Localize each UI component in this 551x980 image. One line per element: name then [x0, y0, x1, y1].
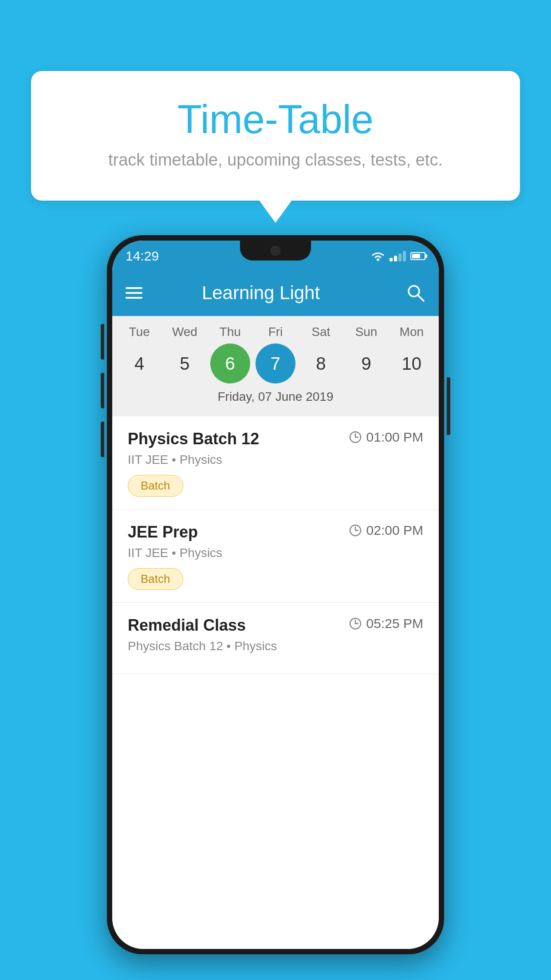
class-meta-2: IIT JEE • Physics	[128, 546, 423, 560]
signal-icon	[390, 251, 406, 261]
clock-icon-2	[349, 524, 362, 537]
speech-bubble-container: Time-Table track timetable, upcoming cla…	[31, 71, 520, 201]
day-4[interactable]: 4	[119, 344, 159, 383]
svg-point-0	[377, 258, 379, 261]
day-5[interactable]: 5	[165, 344, 205, 383]
day-header-tue: Tue	[119, 325, 159, 339]
class-name-2: JEE Prep	[128, 523, 349, 541]
hamburger-menu-button[interactable]	[126, 287, 142, 299]
battery-fill	[412, 254, 420, 258]
phone-screen: 14:29	[112, 241, 439, 949]
day-6-today[interactable]: 6	[210, 344, 250, 383]
class-meta-1: IIT JEE • Physics	[128, 453, 423, 467]
day-7-selected[interactable]: 7	[256, 344, 295, 383]
wifi-icon	[371, 250, 385, 262]
class-time-3: 05:25 PM	[349, 616, 423, 631]
class-name-3: Remedial Class	[128, 616, 349, 635]
battery-icon	[410, 252, 425, 260]
day-9[interactable]: 9	[346, 344, 386, 383]
day-header-thu: Thu	[210, 325, 250, 339]
class-time-text-2: 02:00 PM	[366, 523, 423, 538]
day-header-sun: Sun	[346, 325, 386, 339]
class-item-remedial[interactable]: Remedial Class 05:25 PM	[112, 603, 439, 674]
day-numbers: 4 5 6 7 8 9 10	[112, 344, 439, 383]
volume-down-button	[101, 373, 104, 408]
class-item-jee-prep[interactable]: JEE Prep 02:00 PM	[112, 510, 439, 603]
class-time-2: 02:00 PM	[349, 523, 423, 538]
clock-icon-1	[349, 431, 362, 444]
class-time-1: 01:00 PM	[349, 430, 423, 445]
status-time: 14:29	[126, 249, 159, 264]
day-header-wed: Wed	[165, 325, 205, 339]
day-10[interactable]: 10	[392, 344, 432, 383]
day-header-mon: Mon	[392, 325, 432, 339]
day-header-fri: Fri	[256, 325, 295, 339]
speech-bubble: Time-Table track timetable, upcoming cla…	[31, 71, 520, 201]
bubble-title: Time-Table	[67, 98, 484, 142]
status-icons	[371, 250, 425, 262]
bubble-subtitle: track timetable, upcoming classes, tests…	[67, 150, 484, 170]
hamburger-line-3	[126, 297, 142, 299]
class-item-header-3: Remedial Class 05:25 PM	[128, 616, 423, 635]
hamburger-line-2	[126, 292, 142, 294]
class-name-1: Physics Batch 12	[128, 430, 349, 448]
class-item-physics-batch-12[interactable]: Physics Batch 12 01:00 PM	[112, 416, 439, 510]
phone-content: 14:29	[112, 241, 439, 949]
volume-up-button	[101, 324, 104, 360]
batch-badge-1: Batch	[128, 475, 183, 497]
class-list: Physics Batch 12 01:00 PM	[112, 416, 439, 949]
svg-line-2	[418, 295, 424, 301]
search-icon[interactable]	[406, 283, 425, 303]
class-item-header-2: JEE Prep 02:00 PM	[128, 523, 423, 541]
phone-outer: 14:29	[107, 235, 444, 954]
camera	[271, 246, 280, 256]
hamburger-line-1	[126, 287, 142, 289]
app-title: Learning Light	[156, 282, 366, 304]
phone-notch	[240, 241, 311, 261]
day-8[interactable]: 8	[301, 344, 341, 383]
batch-badge-2: Batch	[128, 568, 183, 590]
class-meta-3: Physics Batch 12 • Physics	[128, 639, 423, 653]
clock-icon-3	[349, 617, 362, 630]
phone-mockup: 14:29	[107, 235, 444, 954]
power-button	[447, 377, 450, 435]
day-headers: Tue Wed Thu Fri Sat Sun Mon	[112, 325, 439, 339]
class-item-header-1: Physics Batch 12 01:00 PM	[128, 430, 423, 448]
silent-button	[101, 422, 104, 457]
class-time-text-1: 01:00 PM	[366, 430, 423, 445]
app-bar: Learning Light	[112, 269, 439, 316]
class-time-text-3: 05:25 PM	[366, 616, 423, 631]
day-header-sat: Sat	[301, 325, 341, 339]
calendar-strip: Tue Wed Thu Fri Sat Sun Mon 4 5 6	[112, 316, 439, 416]
selected-date-label: Friday, 07 June 2019	[112, 383, 439, 412]
